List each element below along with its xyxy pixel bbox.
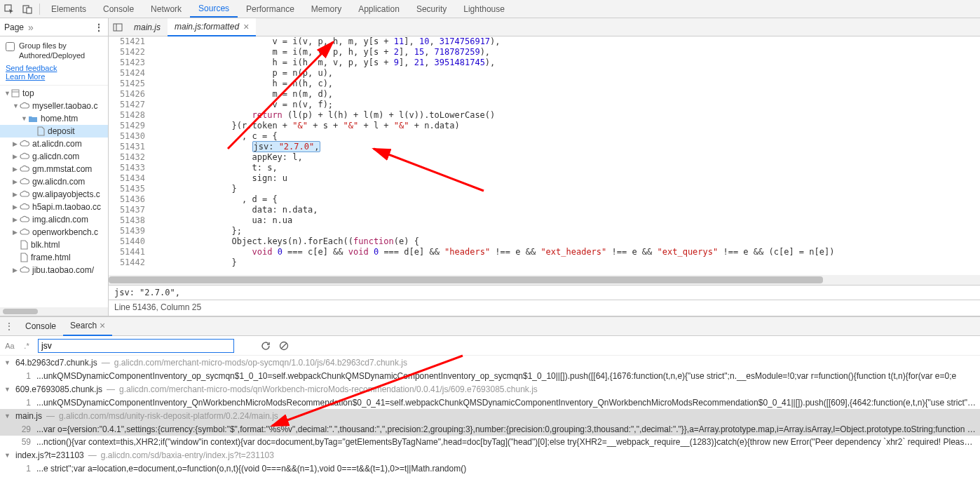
tree-item[interactable]: ▶gm.mmstat.com: [0, 163, 108, 175]
folder-icon: [28, 114, 38, 123]
bottom-drawer: ⋮ ConsoleSearch × Aa .* ▼64.b2963cd7.chu…: [0, 316, 980, 475]
refresh-icon[interactable]: [259, 340, 272, 352]
file-icon: [36, 126, 45, 136]
tree-item-label: myseller.taobao.c: [32, 101, 97, 111]
search-input[interactable]: [38, 339, 234, 353]
cloud-icon: [20, 165, 29, 173]
cloud-icon: [20, 152, 29, 161]
result-filename: 64.b2963cd7.chunk.js: [15, 358, 97, 368]
drawer-more-icon[interactable]: ⋮: [0, 321, 18, 331]
search-result-line[interactable]: 1...unkQMSDynamicComponentInventory_op_s…: [0, 370, 980, 382]
tree-item[interactable]: ▶jibu.taobao.com/: [0, 264, 108, 276]
result-snippet: ...unkQMSDynamicComponentInventory_op_sy…: [36, 371, 956, 381]
cloud-icon: [20, 215, 29, 224]
drawer-tab-search[interactable]: Search ×: [63, 317, 112, 336]
tree-item[interactable]: ▶gw.alipayobjects.c: [0, 188, 108, 201]
panel-tab-console[interactable]: Console: [95, 0, 142, 18]
file-tabs: main.jsmain.js:formatted×: [109, 18, 980, 36]
search-result-file[interactable]: ▼index.js?t=231103—g.alicdn.com/sd/baxia…: [0, 448, 980, 462]
result-path: g.alicdn.com/merchant-micro-mods/op-sycm…: [114, 358, 407, 368]
result-snippet: ...nction(){var context=this,XHR2;if("wi…: [36, 437, 976, 447]
search-result-file[interactable]: ▼609.e7693085.chunk.js—g.alicdn.com/merc…: [0, 382, 980, 396]
result-line-number: 1: [17, 371, 31, 381]
tree-item[interactable]: ▼myseller.taobao.c: [0, 100, 108, 112]
panel-tab-elements[interactable]: Elements: [43, 0, 95, 18]
tree-item-label: gw.alicdn.com: [32, 177, 85, 187]
tree-item[interactable]: ▼home.htm: [0, 112, 108, 125]
svg-rect-3: [12, 90, 19, 97]
result-line-number: 1: [17, 398, 31, 408]
tree-item-label: top: [22, 88, 34, 98]
tree-item-label: jibu.taobao.com/: [32, 265, 94, 275]
tree-item[interactable]: frame.html: [0, 251, 108, 264]
code-highlight-bar: jsv: "2.7.0",: [109, 285, 980, 300]
result-snippet: ...e strict";var a=location,e=document,o…: [36, 464, 466, 474]
status-bar: Line 51436, Column 25: [109, 300, 980, 316]
file-icon: [20, 253, 28, 262]
tree-item[interactable]: ▶openworkbench.c: [0, 226, 108, 239]
tree-item-label: img.alicdn.com: [32, 215, 88, 224]
panel-tab-lighthouse[interactable]: Lighthouse: [455, 0, 513, 18]
panel-tab-performance[interactable]: Performance: [238, 0, 303, 18]
match-case-toggle[interactable]: Aa: [4, 342, 15, 350]
result-snippet: ...unkQMSDynamicComponentInventory_QnWor…: [36, 398, 976, 408]
file-tab-name: main.js:formatted: [175, 22, 239, 32]
result-filename: main.js: [15, 411, 42, 421]
search-results: ▼64.b2963cd7.chunk.js—g.alicdn.com/merch…: [0, 356, 980, 475]
tree-item[interactable]: ▶at.alicdn.com: [0, 138, 108, 150]
cloud-icon: [20, 190, 29, 199]
result-path: g.alicdn.com/sd/baxia-entry/index.js?t=2…: [101, 450, 274, 460]
more-options-icon[interactable]: ⋮: [94, 22, 104, 33]
search-result-file[interactable]: ▼main.js—g.alicdn.com/msd/unity-risk-dep…: [0, 409, 980, 423]
panel-tab-security[interactable]: Security: [408, 0, 455, 18]
sidebar-scrollbar[interactable]: [0, 307, 108, 316]
sources-sidebar: Page » ⋮ Group files by Authored/Deploye…: [0, 18, 109, 316]
sidebar-title[interactable]: Page: [4, 22, 24, 32]
device-toggle-icon[interactable]: [18, 0, 36, 18]
cloud-icon: [20, 203, 29, 211]
result-snippet: ...var o={version:"0.4.1",settings:{curr…: [36, 424, 976, 434]
tree-item[interactable]: ▼top: [0, 87, 108, 100]
tree-item[interactable]: ▶g.alicdn.com: [0, 150, 108, 163]
learn-more-link[interactable]: Learn More: [6, 72, 102, 81]
group-files-checkbox[interactable]: [6, 42, 15, 51]
tree-item[interactable]: ▶img.alicdn.com: [0, 213, 108, 226]
tree-item[interactable]: ▶gw.alicdn.com: [0, 175, 108, 188]
tree-item-label: deposit: [48, 126, 75, 136]
close-icon[interactable]: ×: [100, 320, 105, 331]
tree-item-label: openworkbench.c: [32, 227, 98, 237]
tree-item-label: home.htm: [41, 114, 78, 123]
inspect-icon[interactable]: [0, 0, 18, 18]
panel-tab-sources[interactable]: Sources: [190, 0, 238, 18]
code-scrollbar[interactable]: [109, 275, 980, 285]
file-tab[interactable]: main.js: [127, 18, 168, 36]
regex-toggle[interactable]: .*: [21, 342, 32, 350]
result-path: g.alicdn.com/merchant-micro-mods/qnWorkb…: [119, 384, 538, 394]
search-result-line[interactable]: 29...var o={version:"0.4.1",settings:{cu…: [0, 423, 980, 436]
group-files-label: Group files by Authored/Deployed: [19, 41, 102, 61]
tree-item-label: h5api.m.taobao.cc: [32, 202, 101, 212]
file-tab[interactable]: main.js:formatted×: [168, 18, 256, 36]
search-result-line[interactable]: 1...unkQMSDynamicComponentInventory_QnWo…: [0, 396, 980, 409]
panel-tab-memory[interactable]: Memory: [303, 0, 350, 18]
close-icon[interactable]: ×: [243, 21, 249, 32]
search-result-line[interactable]: 59...nction(){var context=this,XHR2;if("…: [0, 436, 980, 448]
drawer-tab-console[interactable]: Console: [18, 317, 63, 336]
search-result-line[interactable]: 1...e strict";var a=location,e=document,…: [0, 462, 980, 475]
window-icon: [11, 89, 20, 98]
tree-item[interactable]: ▶h5api.m.taobao.cc: [0, 201, 108, 213]
cloud-icon: [20, 102, 29, 110]
clear-icon[interactable]: [278, 340, 290, 352]
toggle-navigator-icon[interactable]: [109, 18, 127, 36]
tree-item[interactable]: deposit: [0, 125, 108, 138]
cloud-icon: [20, 266, 29, 274]
tree-item[interactable]: blk.html: [0, 239, 108, 251]
send-feedback-link[interactable]: Send feedback: [6, 64, 102, 72]
panel-tab-application[interactable]: Application: [350, 0, 408, 18]
chevron-right-icon[interactable]: »: [28, 22, 34, 33]
panel-tab-network[interactable]: Network: [142, 0, 190, 18]
search-result-file[interactable]: ▼64.b2963cd7.chunk.js—g.alicdn.com/merch…: [0, 356, 980, 370]
cloud-icon: [20, 140, 29, 148]
result-line-number: 29: [17, 424, 31, 434]
code-editor[interactable]: 5142151422514235142451425514265142751428…: [109, 36, 980, 275]
